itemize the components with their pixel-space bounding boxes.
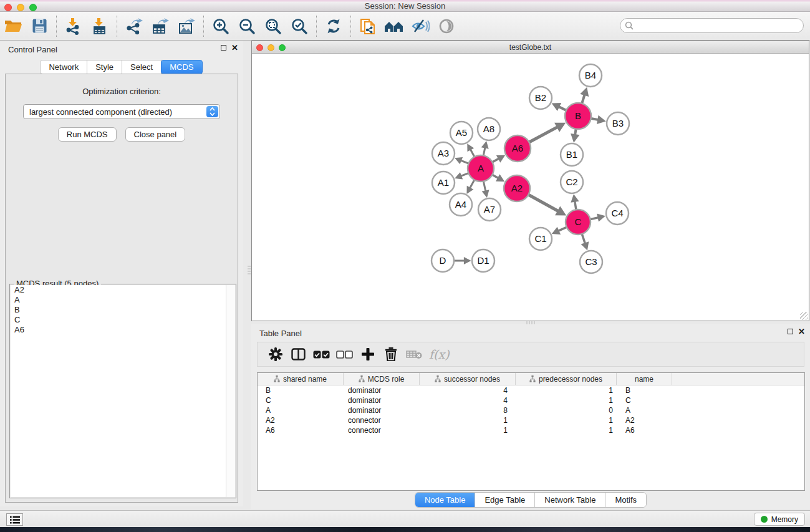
show-column-button[interactable] xyxy=(287,344,310,365)
import-network-icon xyxy=(65,17,82,35)
import-table-button[interactable] xyxy=(87,14,113,39)
cell-MCDS-role[interactable]: dominator xyxy=(344,395,420,405)
show-panels-button[interactable] xyxy=(6,513,23,526)
result-item[interactable]: B xyxy=(11,305,235,315)
show-graphics-details-button[interactable] xyxy=(433,14,460,39)
hide-graphics-details-button[interactable] xyxy=(407,14,433,39)
search-input[interactable] xyxy=(636,21,803,30)
tab-style[interactable]: Style xyxy=(87,60,122,74)
result-item[interactable]: C xyxy=(11,315,235,325)
table-row[interactable]: Adominator80A xyxy=(258,405,804,415)
export-table-button[interactable] xyxy=(147,14,173,39)
zoom-selected-button[interactable] xyxy=(286,14,312,39)
column-header-predecessor-nodes[interactable]: predecessor nodes xyxy=(516,373,617,385)
duplicate-network-icon xyxy=(359,17,377,36)
cell-name[interactable]: B xyxy=(617,385,672,395)
result-item[interactable]: A6 xyxy=(11,325,235,335)
cell-predecessor-nodes[interactable]: 1 xyxy=(516,425,617,435)
splitter-handle[interactable] xyxy=(248,266,251,276)
column-header-shared-name[interactable]: shared name xyxy=(258,373,344,385)
table-tabs: Node TableEdge TableNetwork TableMotifs xyxy=(251,492,810,508)
column-header-name[interactable]: name xyxy=(617,373,672,385)
cell-successor-nodes[interactable]: 1 xyxy=(420,425,516,435)
mcds-result-list[interactable]: A2ABCA6 xyxy=(11,285,235,497)
memory-status-icon xyxy=(761,516,768,523)
run-mcds-button[interactable]: Run MCDS xyxy=(58,127,117,142)
result-scrollbar[interactable] xyxy=(226,285,235,497)
zoom-out-button[interactable] xyxy=(234,14,260,39)
result-item[interactable]: A xyxy=(11,295,235,305)
column-header-successor-nodes[interactable]: successor nodes xyxy=(420,373,516,385)
create-column-button[interactable] xyxy=(356,344,379,365)
first-neighbors-button[interactable] xyxy=(381,14,407,39)
tab-network[interactable]: Network xyxy=(40,60,87,74)
tab-select[interactable]: Select xyxy=(122,60,162,74)
tab-edge-table[interactable]: Edge Table xyxy=(475,493,534,507)
cell-predecessor-nodes[interactable]: 1 xyxy=(516,385,617,395)
memory-button[interactable]: Memory xyxy=(754,513,805,526)
zoom-fit-button[interactable] xyxy=(260,14,286,39)
node-table[interactable]: shared nameMCDS rolesuccessor nodesprede… xyxy=(257,372,805,491)
network-window-titlebar[interactable]: testGlobe.txt xyxy=(252,41,809,54)
table-row[interactable]: A2connector11A2 xyxy=(258,415,804,425)
cell-predecessor-nodes[interactable]: 1 xyxy=(516,415,617,425)
cell-successor-nodes[interactable]: 4 xyxy=(420,385,516,395)
node-label-C3: C3 xyxy=(585,256,597,267)
cell-successor-nodes[interactable]: 8 xyxy=(420,405,516,415)
window-title: Session: New Session xyxy=(0,1,810,11)
unselect-all-columns-button[interactable] xyxy=(333,344,356,365)
cell-MCDS-role[interactable]: connector xyxy=(344,415,420,425)
cell-MCDS-role[interactable]: dominator xyxy=(344,405,420,415)
cell-name[interactable]: A6 xyxy=(617,425,672,435)
table-settings-button[interactable] xyxy=(264,344,287,365)
cell-shared-name[interactable]: A xyxy=(258,405,344,415)
cell-successor-nodes[interactable]: 4 xyxy=(420,395,516,405)
export-image-button[interactable] xyxy=(173,14,200,39)
search-field[interactable] xyxy=(620,18,804,33)
table-panel: Table Panel ✕ xyxy=(251,324,810,509)
float-panel-icon[interactable] xyxy=(788,329,793,334)
table-row[interactable]: Bdominator41B xyxy=(258,385,804,395)
tab-node-table[interactable]: Node Table xyxy=(415,493,475,507)
cell-name[interactable]: C xyxy=(617,395,672,405)
tab-motifs[interactable]: Motifs xyxy=(605,493,646,507)
cell-successor-nodes[interactable]: 1 xyxy=(420,415,516,425)
open-session-button[interactable] xyxy=(0,14,26,39)
table-row[interactable]: Cdominator41C xyxy=(258,395,804,405)
cell-shared-name[interactable]: A6 xyxy=(258,425,344,435)
cell-shared-name[interactable]: C xyxy=(258,395,344,405)
optimization-criterion-select[interactable]: largest connected component (directed) xyxy=(23,104,220,119)
function-builder-button[interactable]: f(x) xyxy=(429,347,450,361)
network-canvas[interactable]: AA1A2A3A4A5A6A7A8BB1B2B3B4CC1C2C3C4DD1 xyxy=(252,54,809,321)
cell-MCDS-role[interactable]: dominator xyxy=(344,385,420,395)
save-session-button[interactable] xyxy=(26,14,52,39)
duplicate-network-button[interactable] xyxy=(355,14,381,39)
cell-shared-name[interactable]: B xyxy=(258,385,344,395)
import-network-button[interactable] xyxy=(60,14,87,39)
network-graph[interactable]: AA1A2A3A4A5A6A7A8BB1B2B3B4CC1C2C3C4DD1 xyxy=(252,54,809,321)
cell-name[interactable]: A2 xyxy=(617,415,672,425)
cell-name[interactable]: A xyxy=(617,405,672,415)
table-row[interactable]: A6connector11A6 xyxy=(258,425,804,435)
delete-columns-button[interactable] xyxy=(379,344,402,365)
cell-predecessor-nodes[interactable]: 1 xyxy=(516,395,617,405)
column-header-MCDS-role[interactable]: MCDS role xyxy=(344,373,420,385)
close-panel-icon[interactable]: ✕ xyxy=(231,45,238,51)
tab-network-table[interactable]: Network Table xyxy=(534,493,605,507)
cell-shared-name[interactable]: A2 xyxy=(258,415,344,425)
float-panel-icon[interactable] xyxy=(221,45,226,51)
zoom-in-button[interactable] xyxy=(208,14,234,39)
refresh-layout-button[interactable] xyxy=(321,14,347,39)
cell-MCDS-role[interactable]: connector xyxy=(344,425,420,435)
list-icon xyxy=(10,516,20,524)
delete-table-button[interactable] xyxy=(402,344,425,365)
tab-mcds[interactable]: MCDS xyxy=(161,60,202,74)
resize-grip[interactable] xyxy=(800,312,808,320)
export-network-button[interactable] xyxy=(121,14,147,39)
cell-predecessor-nodes[interactable]: 0 xyxy=(516,405,617,415)
node-label-A7: A7 xyxy=(484,204,495,215)
close-panel-button[interactable]: Close panel xyxy=(125,127,186,142)
close-panel-icon[interactable]: ✕ xyxy=(798,329,805,334)
result-item[interactable]: A2 xyxy=(11,285,235,295)
select-all-columns-button[interactable] xyxy=(310,344,333,365)
